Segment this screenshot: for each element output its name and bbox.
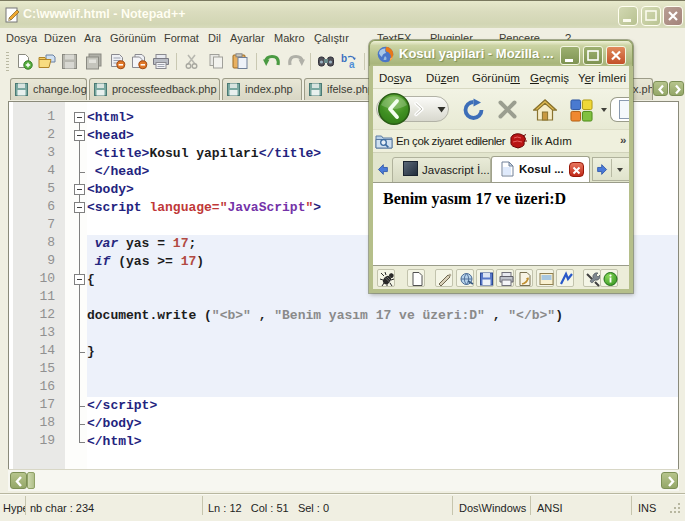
svg-text:a: a <box>349 59 355 70</box>
svg-text:b: b <box>341 53 347 64</box>
